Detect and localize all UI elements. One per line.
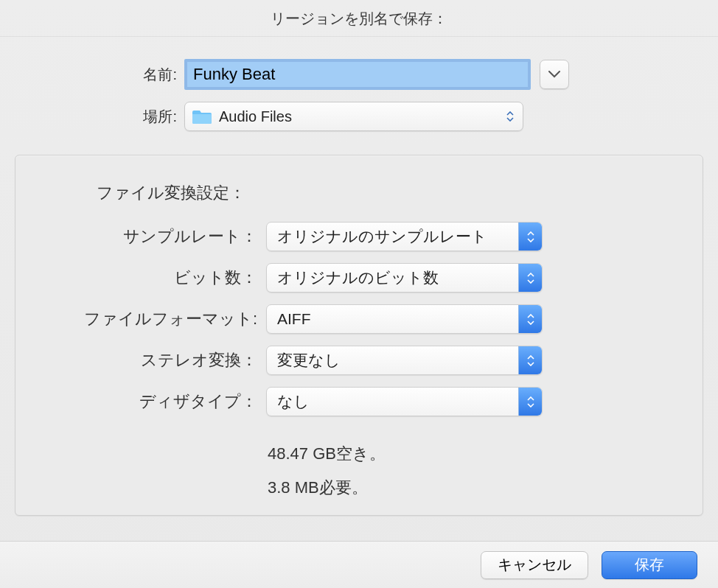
location-select[interactable]: Audio Files <box>184 102 523 131</box>
name-input-container <box>184 59 531 90</box>
sample-rate-value: オリジナルのサンプルレート <box>277 226 518 247</box>
save-dialog: リージョンを別名で保存： 名前: 場所: Audio Files <box>0 0 718 588</box>
file-format-value: AIFF <box>277 310 518 328</box>
save-button[interactable]: 保存 <box>602 551 697 579</box>
needed-space-text: 3.8 MB必要。 <box>268 477 680 499</box>
name-input[interactable] <box>187 62 528 87</box>
expand-button[interactable] <box>540 60 569 89</box>
sample-rate-select[interactable]: オリジナルのサンプルレート <box>266 222 543 251</box>
dither-label: ディザタイプ： <box>38 391 266 413</box>
dialog-footer: キャンセル 保存 <box>0 541 718 588</box>
updown-icon <box>518 346 542 374</box>
top-section: 名前: 場所: Audio Files <box>0 37 718 150</box>
bit-depth-value: オリジナルのビット数 <box>277 267 518 288</box>
name-label: 名前: <box>29 65 184 85</box>
settings-panel: ファイル変換設定： サンプルレート： オリジナルのサンプルレート ビット数： オ… <box>15 155 703 516</box>
updown-icon <box>518 264 542 292</box>
stereo-value: 変更なし <box>277 350 518 371</box>
dither-value: なし <box>277 391 518 412</box>
updown-icon <box>518 305 542 333</box>
settings-heading: ファイル変換設定： <box>97 182 680 204</box>
updown-icon <box>518 223 542 251</box>
stereo-select[interactable]: 変更なし <box>266 346 543 375</box>
cancel-button[interactable]: キャンセル <box>481 551 588 579</box>
dialog-title: リージョンを別名で保存： <box>0 0 718 37</box>
file-format-label: ファイルフォーマット: <box>38 308 266 330</box>
status-block: 48.47 GB空き。 3.8 MB必要。 <box>268 443 680 499</box>
updown-icon <box>502 106 518 127</box>
stereo-label: ステレオ変換： <box>38 349 266 371</box>
location-value: Audio Files <box>219 108 502 125</box>
free-space-text: 48.47 GB空き。 <box>268 443 680 465</box>
sample-rate-label: サンプルレート： <box>38 225 266 248</box>
dither-select[interactable]: なし <box>266 387 543 416</box>
location-label: 場所: <box>29 107 184 127</box>
updown-icon <box>518 388 542 416</box>
folder-icon <box>192 108 212 125</box>
file-format-select[interactable]: AIFF <box>266 304 543 334</box>
chevron-down-icon <box>548 71 560 78</box>
bit-depth-label: ビット数： <box>38 267 266 289</box>
bit-depth-select[interactable]: オリジナルのビット数 <box>266 263 543 293</box>
